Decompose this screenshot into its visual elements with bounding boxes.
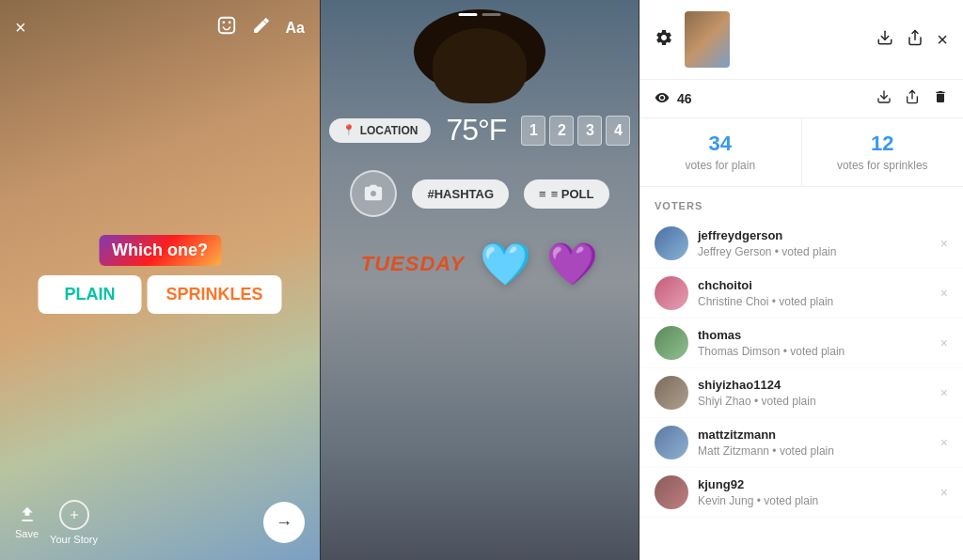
draw-tool-button[interactable]	[252, 16, 271, 39]
poll-option-plain[interactable]: PLAIN	[38, 275, 141, 314]
counter-digit-2: 2	[549, 116, 574, 146]
add-story-icon	[59, 500, 89, 530]
poll-options: PLAIN SPRINKLES	[38, 275, 281, 314]
editor-bottom-bar: Save Your Story →	[0, 485, 320, 560]
share-story-icon[interactable]	[907, 29, 924, 51]
header-action-icons: ×	[876, 29, 948, 51]
views-row: 46	[639, 80, 963, 118]
progress-dot-1	[459, 13, 478, 16]
camera-sticker[interactable]	[350, 170, 397, 217]
sprinkles-vote-label: votes for sprinkles	[837, 159, 928, 172]
next-button[interactable]: →	[263, 502, 305, 543]
voter-username[interactable]: shiyizhao1124	[698, 378, 931, 392]
voter-list: jeffreydgerson Jeffrey Gerson • voted pl…	[639, 219, 963, 560]
temperature-sticker[interactable]: 75°F	[446, 113, 506, 148]
download-views-icon[interactable]	[876, 89, 892, 108]
voter-username[interactable]: chchoitoi	[698, 278, 931, 292]
views-action-buttons	[876, 89, 948, 108]
close-button[interactable]: ×	[15, 17, 26, 39]
poll-option-sprinkles[interactable]: SPRINKLES	[147, 275, 281, 314]
sticker-row-2: #HASHTAG ≡ ≡ POLL	[348, 170, 611, 217]
dismiss-voter-button[interactable]: ×	[940, 485, 948, 500]
location-sticker[interactable]: 📍 LOCATION	[329, 118, 432, 143]
voter-avatar	[655, 426, 688, 459]
poll-sticker-picker[interactable]: ≡ ≡ POLL	[524, 179, 608, 209]
sticker-row-3: TUESDAY 🩵 💜	[348, 240, 611, 288]
download-story-icon[interactable]	[876, 29, 893, 51]
voter-info: mattzitzmann Matt Zitzmann • voted plain	[698, 428, 931, 459]
text-tool-button[interactable]: Aa	[286, 20, 305, 37]
voter-info: chchoitoi Christine Choi • voted plain	[698, 278, 931, 309]
plain-vote-count: 34	[655, 132, 786, 156]
poll-sticker[interactable]: Which one? PLAIN SPRINKLES	[38, 235, 281, 314]
sticker-grid: 📍 LOCATION 75°F 1 2 3 4 #HASHTAG ≡ ≡ POL…	[348, 113, 611, 311]
voter-detail: Shiyi Zhao • voted plain	[698, 395, 816, 408]
voter-info: thomas Thomas Dimson • voted plain	[698, 328, 931, 359]
sticker-tool-button[interactable]	[216, 15, 237, 40]
editor-toolbar: × Aa	[0, 15, 320, 40]
purple-heart-sticker[interactable]: 💜	[546, 240, 598, 288]
svg-point-2	[228, 21, 230, 23]
voter-item: shiyizhao1124 Shiyi Zhao • voted plain ×	[639, 368, 963, 418]
poll-question: Which one?	[99, 235, 221, 266]
voter-avatar	[655, 276, 688, 310]
voter-avatar	[655, 226, 688, 260]
voter-detail: Matt Zitzmann • voted plain	[698, 444, 834, 458]
voters-title: VOTERS	[655, 200, 703, 211]
sticker-row-1: 📍 LOCATION 75°F 1 2 3 4	[348, 113, 611, 148]
day-sticker[interactable]: TUESDAY	[361, 252, 466, 276]
voter-detail: Thomas Dimson • voted plain	[698, 345, 845, 358]
svg-rect-0	[218, 18, 234, 34]
settings-icon[interactable]	[655, 28, 673, 52]
hashtag-sticker[interactable]: #HASHTAG	[412, 179, 509, 209]
voter-item: mattzitzmann Matt Zitzmann • voted plain…	[639, 418, 963, 468]
story-insights-panel: × 46	[639, 0, 963, 560]
dismiss-voter-button[interactable]: ×	[940, 385, 948, 400]
views-count: 46	[677, 91, 692, 106]
voter-info: jeffreydgerson Jeffrey Gerson • voted pl…	[698, 228, 931, 259]
save-button[interactable]: Save	[15, 506, 39, 539]
blue-heart-sticker[interactable]: 🩵	[480, 240, 531, 288]
voter-username[interactable]: mattzitzmann	[698, 428, 931, 442]
counter-digit-4: 4	[606, 116, 630, 146]
voter-username[interactable]: kjung92	[698, 477, 931, 491]
voter-detail: Jeffrey Gerson • voted plain	[698, 245, 836, 258]
person-head-middle	[433, 28, 527, 103]
voter-item: jeffreydgerson Jeffrey Gerson • voted pl…	[639, 219, 963, 269]
dismiss-voter-button[interactable]: ×	[940, 286, 948, 301]
voter-info: kjung92 Kevin Jung • voted plain	[698, 477, 931, 508]
share-views-icon[interactable]	[905, 89, 920, 108]
counter-digit-1: 1	[521, 116, 545, 146]
voter-avatar	[655, 376, 688, 410]
votes-section: 34 votes for plain 12 votes for sprinkle…	[639, 118, 963, 187]
delete-story-icon[interactable]	[933, 89, 948, 108]
voter-detail: Kevin Jung • voted plain	[698, 494, 818, 507]
voter-avatar	[655, 475, 688, 509]
story-thumbnail	[685, 11, 730, 68]
eye-icon	[655, 90, 670, 108]
pin-icon: 📍	[342, 124, 355, 136]
countdown-sticker[interactable]: 1 2 3 4	[521, 116, 630, 146]
voter-username[interactable]: jeffreydgerson	[698, 228, 931, 242]
counter-digit-3: 3	[577, 116, 602, 146]
close-insights-button[interactable]: ×	[937, 29, 948, 51]
sprinkles-vote-count: 12	[817, 132, 949, 156]
voter-detail: Christine Choi • voted plain	[698, 295, 833, 308]
voter-avatar	[655, 326, 688, 360]
your-story-button[interactable]: Your Story	[50, 500, 98, 545]
plain-vote-label: votes for plain	[685, 159, 755, 172]
tool-icons-group: Aa	[216, 15, 305, 40]
dismiss-voter-button[interactable]: ×	[940, 435, 948, 450]
voters-header: VOTERS	[639, 187, 963, 219]
dismiss-voter-button[interactable]: ×	[940, 335, 948, 350]
voter-item: kjung92 Kevin Jung • voted plain ×	[639, 468, 963, 518]
progress-indicator	[459, 13, 501, 16]
sprinkles-votes-column: 12 votes for sprinkles	[802, 118, 964, 186]
voter-info: shiyizhao1124 Shiyi Zhao • voted plain	[698, 378, 931, 409]
voter-item: thomas Thomas Dimson • voted plain ×	[639, 319, 963, 368]
insights-header: ×	[639, 0, 963, 80]
dismiss-voter-button[interactable]: ×	[940, 236, 948, 251]
progress-dot-2	[482, 13, 501, 16]
svg-point-1	[222, 21, 225, 23]
voter-username[interactable]: thomas	[698, 328, 931, 342]
